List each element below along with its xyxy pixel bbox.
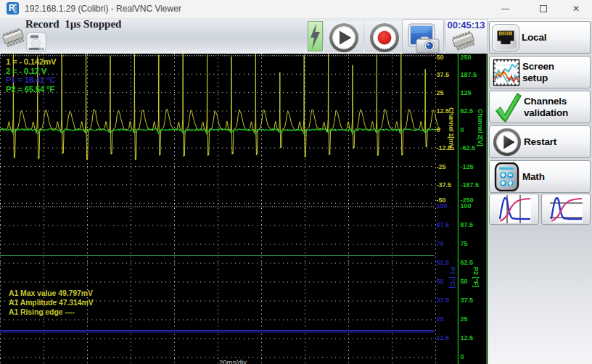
- svg-text:12.5: 12.5: [437, 334, 450, 342]
- svg-text:25: 25: [461, 315, 468, 323]
- svg-text:37.5: 37.5: [437, 71, 450, 78]
- svg-text:187.5: 187.5: [461, 71, 477, 78]
- svg-text:A1 Max value 49.797mV: A1 Max value 49.797mV: [9, 289, 93, 297]
- svg-text:12.5: 12.5: [461, 334, 474, 342]
- svg-text:-125: -125: [461, 163, 474, 170]
- svg-text:75: 75: [437, 240, 444, 247]
- svg-text:0: 0: [461, 126, 464, 133]
- svg-text:P2 [°F]: P2 [°F]: [472, 267, 480, 288]
- svg-text:125: 125: [461, 89, 472, 96]
- svg-text:-187.5: -187.5: [461, 181, 480, 189]
- svg-text:100: 100: [437, 202, 448, 210]
- svg-text:1 = - 0.142mV: 1 = - 0.142mV: [6, 57, 57, 66]
- svg-text:62.5: 62.5: [461, 259, 474, 266]
- svg-text:25: 25: [437, 315, 444, 323]
- svg-text:A1 Amplitude 47.314mV: A1 Amplitude 47.314mV: [9, 298, 94, 307]
- svg-text:P1 [°C]: P1 [°C]: [449, 267, 456, 289]
- svg-text:50: 50: [437, 278, 444, 285]
- svg-text:25: 25: [437, 89, 444, 96]
- svg-text:37.5: 37.5: [461, 297, 474, 304]
- svg-text:75: 75: [461, 240, 468, 247]
- svg-text:P2 = 65.54 °F: P2 = 65.54 °F: [6, 85, 54, 94]
- svg-text:37.5: 37.5: [437, 297, 450, 304]
- svg-text:250: 250: [461, 54, 472, 61]
- svg-text:62.5: 62.5: [437, 259, 450, 266]
- svg-text:62.5: 62.5: [461, 107, 474, 115]
- svg-text:P1 = 18.41 °C: P1 = 18.41 °C: [6, 75, 55, 84]
- svg-text:100: 100: [461, 202, 472, 210]
- svg-text:50: 50: [461, 278, 468, 285]
- svg-text:50: 50: [437, 54, 444, 61]
- svg-text:-25: -25: [437, 163, 446, 170]
- svg-text:87.5: 87.5: [437, 221, 450, 228]
- svg-text:20ms/div: 20ms/div: [219, 358, 247, 364]
- svg-text:87.5: 87.5: [461, 221, 474, 228]
- svg-text:-37.5: -37.5: [437, 181, 452, 189]
- svg-text:12.5: 12.5: [437, 107, 450, 115]
- svg-text:A1 Rising edge ----: A1 Rising edge ----: [9, 307, 75, 316]
- svg-text:0: 0: [437, 126, 440, 133]
- svg-text:0: 0: [461, 353, 464, 360]
- svg-text:2 = - 0.17 V: 2 = - 0.17 V: [6, 67, 47, 75]
- svg-text:-62.5: -62.5: [461, 144, 476, 152]
- svg-text:Channel 2[V]: Channel 2[V]: [477, 109, 484, 146]
- svg-text:Channel 1[mV]: Channel 1[mV]: [448, 107, 455, 150]
